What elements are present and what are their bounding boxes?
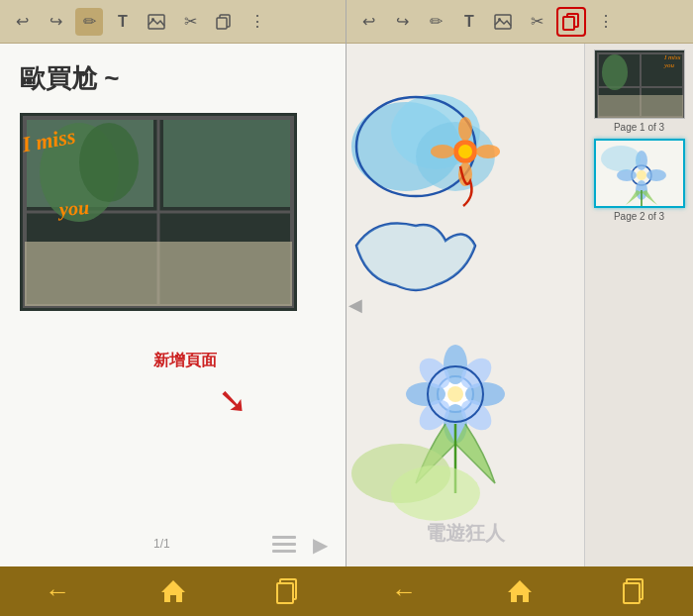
svg-rect-14 (272, 543, 296, 546)
left-home-button[interactable] (153, 571, 193, 611)
svg-rect-19 (563, 17, 574, 30)
right-bottom-nav: ← (346, 571, 693, 611)
add-page-label: 新增頁面 (153, 351, 217, 371)
right-pages-button[interactable] (616, 571, 655, 611)
left-toolbar: ↩ ↪ ✏ T ✂ ⋮ (0, 0, 346, 44)
right-toolbar: ↩ ↪ ✏ T ✂ ⋮ (346, 0, 693, 44)
bottom-nav: ← ← (0, 566, 693, 616)
thumbnail-item-2[interactable]: Page 2 of 3 (589, 139, 689, 222)
thumbnail-panel: I missyou Page 1 of 3 (584, 44, 693, 566)
page-title: 歐買尬 ~ (20, 61, 119, 96)
svg-rect-3 (217, 18, 227, 29)
left-bottom-nav: ← (0, 571, 346, 611)
svg-point-28 (431, 145, 454, 158)
svg-point-25 (458, 145, 472, 158)
svg-point-56 (646, 169, 666, 181)
left-page-content: 歐買尬 ~ (0, 44, 346, 566)
watermark: 電遊狂人 (426, 520, 505, 547)
flower-drawing (346, 44, 584, 566)
drawing-area: 電遊狂人 ◀ (346, 44, 584, 566)
page-number: 1/1 (153, 537, 170, 551)
right-copy-highlighted-icon[interactable] (556, 7, 586, 37)
thumbnail-image-1[interactable]: I missyou (594, 50, 685, 119)
svg-rect-64 (624, 583, 640, 603)
right-undo-icon[interactable]: ↩ (354, 8, 382, 36)
thumbnail-label-1: Page 1 of 3 (614, 122, 664, 133)
text-icon[interactable]: T (109, 8, 137, 36)
undo-icon[interactable]: ↩ (8, 8, 36, 36)
menu-bottom-icon[interactable] (272, 536, 296, 559)
svg-point-12 (79, 123, 139, 202)
next-page-arrow[interactable]: ▶ (313, 533, 328, 557)
right-scissors-icon[interactable]: ✂ (523, 8, 550, 36)
svg-point-31 (447, 386, 463, 402)
right-more-icon[interactable]: ⋮ (592, 8, 620, 36)
thumbnail-image-2[interactable] (594, 139, 685, 208)
left-panel: ↩ ↪ ✏ T ✂ ⋮ 歐買尬 ~ (0, 0, 346, 566)
right-home-button[interactable] (500, 571, 540, 611)
svg-rect-13 (272, 536, 296, 539)
right-image-icon[interactable] (489, 8, 517, 36)
right-back-button[interactable]: ← (384, 571, 424, 611)
svg-rect-61 (277, 583, 293, 603)
more-icon[interactable]: ⋮ (244, 8, 271, 36)
svg-point-29 (476, 145, 500, 158)
left-pages-button[interactable] (269, 571, 309, 611)
redo-icon[interactable]: ↪ (42, 8, 69, 36)
svg-marker-59 (161, 580, 185, 602)
svg-point-48 (602, 54, 628, 90)
left-collapse-arrow[interactable]: ◀ (348, 294, 362, 316)
handwriting-you: you (58, 196, 90, 222)
svg-point-26 (458, 117, 472, 141)
svg-rect-10 (25, 242, 292, 306)
svg-point-52 (637, 170, 646, 180)
svg-rect-6 (163, 118, 292, 207)
image-icon[interactable] (143, 8, 170, 36)
svg-marker-62 (508, 580, 532, 602)
add-page-arrow: ➘ (218, 380, 248, 422)
right-content: 電遊狂人 ◀ (346, 44, 693, 566)
right-text-icon[interactable]: T (455, 8, 483, 36)
pencil-icon[interactable]: ✏ (75, 8, 103, 36)
scissors-icon[interactable]: ✂ (176, 8, 204, 36)
right-pencil-icon[interactable]: ✏ (422, 8, 449, 36)
right-panel: ↩ ↪ ✏ T ✂ ⋮ (346, 0, 693, 566)
thumbnail-label-2: Page 2 of 3 (614, 211, 664, 222)
svg-rect-49 (598, 95, 683, 119)
left-back-button[interactable]: ← (38, 571, 77, 611)
thumbnail-item-1[interactable]: I missyou Page 1 of 3 (589, 50, 689, 133)
svg-point-43 (391, 465, 480, 521)
copy-icon[interactable] (210, 8, 238, 36)
right-redo-icon[interactable]: ↪ (388, 8, 416, 36)
svg-rect-15 (272, 550, 296, 553)
svg-point-58 (601, 146, 641, 171)
